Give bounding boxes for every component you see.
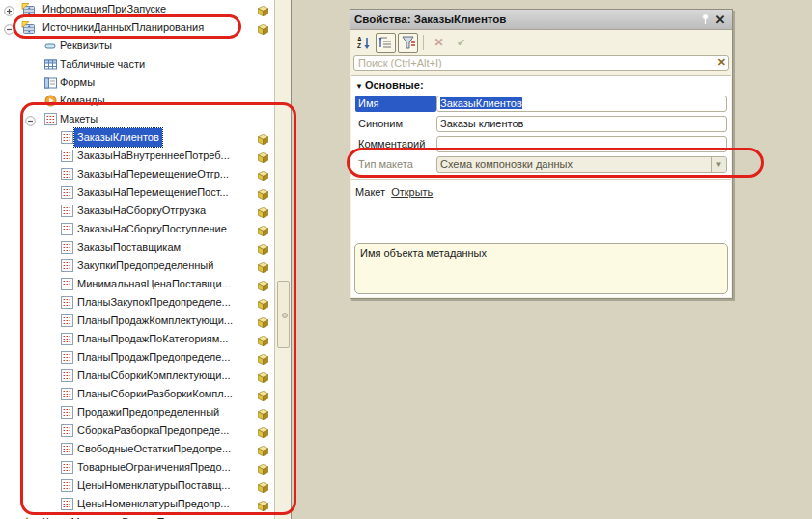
filter-important-button[interactable] (398, 33, 418, 53)
comment-label[interactable]: Комментарий (355, 136, 436, 152)
tree-item-label[interactable]: ИсточникиДанныхПланирования (40, 18, 207, 37)
tree-item-label[interactable]: ЗаказыНаСборкуПоступление (74, 220, 230, 238)
object-cube-icon (258, 352, 268, 363)
pin-icon[interactable] (697, 12, 713, 27)
tree-item-label[interactable]: Табличные части (57, 55, 148, 73)
tree-item-label[interactable]: КартаМаршрутаБизнесПроцесса (40, 513, 208, 519)
tree-item-label[interactable]: Макеты (57, 110, 100, 128)
tree-row[interactable]: ПланыПродажКомплектующи... (0, 312, 274, 330)
name-label[interactable]: Имя (355, 96, 436, 112)
tree-row[interactable]: ЗаказыКлиентов (0, 128, 274, 147)
template-icon (61, 223, 75, 236)
tree-item-label[interactable]: ЗаказыКлиентов (74, 128, 162, 147)
tree-item-label[interactable]: ЗаказыНаСборкуОтгрузка (74, 202, 209, 220)
tree-row[interactable]: ЗаказыНаВнутреннееПотреб... (0, 147, 274, 165)
tree-row[interactable]: СборкаРазборкаПредопреде... (0, 422, 274, 440)
comment-field[interactable] (436, 136, 727, 152)
tree-row[interactable]: ЗаказыНаСборкуОтгрузка (0, 202, 274, 220)
tree-item-label[interactable]: ЦеныНоменклатурыПредопр... (74, 495, 233, 513)
tree-row[interactable]: Команды (0, 92, 274, 110)
tree-item-label[interactable]: ПланыПродажПоКатегориям... (74, 330, 231, 348)
tree-row[interactable]: ИнформацияПриЗапуске (0, 0, 274, 18)
tree-item-label[interactable]: ПланыСборкиРазборкиКомпл... (74, 385, 236, 403)
template-icon (61, 205, 75, 218)
tree-item-label[interactable]: СвободныеОстаткиПредопре... (74, 440, 234, 458)
tree-row[interactable]: ЦеныНоменклатурыПредопр... (0, 495, 274, 513)
object-cube-icon (258, 425, 268, 436)
tree-item-label[interactable]: ИнформацияПриЗапуске (40, 0, 169, 18)
cancel-edit-icon[interactable]: ✕ (429, 33, 449, 53)
collapse-icon[interactable] (25, 114, 36, 124)
tree-item-label[interactable]: ЗаказыНаВнутреннееПотреб... (74, 147, 233, 165)
tree-item-label[interactable]: ПланыЗакупокПредопределе... (74, 293, 234, 312)
template-icon (61, 443, 75, 456)
synonym-field[interactable]: Заказы клиентов (436, 116, 727, 132)
tree-row[interactable]: ЦеныНоменклатурыПоставщ... (0, 477, 274, 495)
collapse-triangle-icon[interactable]: ▼ (355, 82, 363, 91)
tree-row[interactable]: ПланыСборкиКомплектующи... (0, 367, 274, 385)
tree-row[interactable]: ЗаказыНаПеремещениеПост... (0, 183, 274, 202)
separator-line (351, 179, 731, 180)
template-icon (61, 150, 75, 163)
tree-row[interactable]: ЗакупкиПредопределенный (0, 257, 274, 275)
tree-row[interactable]: Формы (0, 73, 274, 92)
collapse-icon[interactable] (4, 22, 14, 33)
tree-row[interactable]: ЗаказыПоставщикам (0, 238, 274, 257)
tree-row[interactable]: ПланыПродажПоКатегориям... (0, 330, 274, 348)
search-clear-icon[interactable]: ✕ (717, 56, 726, 68)
tree-item-label[interactable]: МинимальнаяЦенаПоставщи... (74, 275, 234, 293)
tree-row[interactable]: ПродажиПредопределенный (0, 403, 274, 422)
tree-item-label[interactable]: СборкаРазборкаПредопреде... (74, 422, 232, 440)
expand-icon[interactable] (4, 4, 14, 14)
tree-row[interactable]: Реквизиты (0, 37, 274, 55)
template-icon (61, 260, 75, 273)
tree-item-label[interactable]: ПланыСборкиКомплектующи... (74, 367, 234, 385)
object-cube-icon (258, 480, 268, 491)
tree-item-label[interactable]: ПродажиПредопределенный (74, 403, 222, 422)
search-input[interactable]: Поиск (Ctrl+Alt+I) ✕ (353, 55, 729, 71)
tree-item-label[interactable]: ТоварныеОграниченияПредо... (74, 458, 234, 477)
tree-item-label[interactable]: Реквизиты (57, 37, 115, 55)
section-header-main[interactable]: ▼Основные: (351, 76, 731, 93)
close-icon[interactable]: ✕ (713, 12, 728, 27)
template-type-value: Схема компоновки данных (440, 158, 573, 170)
tree-item-label[interactable]: Команды (57, 92, 108, 110)
template-icon (61, 296, 75, 310)
open-template-link[interactable]: Открыть (391, 186, 433, 198)
tree-row[interactable]: Табличные части (0, 55, 274, 73)
tree-row[interactable]: ПланыСборкиРазборкиКомпл... (0, 385, 274, 403)
tree-row[interactable]: КартаМаршрутаБизнесПроцесса (0, 513, 274, 519)
apply-edit-icon[interactable]: ✔ (451, 33, 471, 53)
object-cube-icon (258, 407, 268, 418)
tree-row[interactable]: ТоварныеОграниченияПредо... (0, 458, 274, 477)
template-icon (61, 241, 75, 255)
tree-item-label[interactable]: Формы (57, 73, 98, 92)
tree-item-label[interactable]: ПланыПродажКомплектующи... (74, 312, 236, 330)
template-icon (61, 479, 75, 493)
tree-scrollbar-thumb[interactable] (277, 281, 290, 348)
tree-item-label[interactable]: ЗаказыНаПеремещениеПост... (74, 183, 232, 202)
object-cube-icon (258, 242, 268, 253)
tree-item-label[interactable]: ЦеныНоменклатурыПоставщ... (74, 477, 233, 495)
svg-text:A: A (357, 36, 362, 42)
tree-row[interactable]: МинимальнаяЦенаПоставщи... (0, 275, 274, 293)
tree-scrollbar[interactable] (274, 0, 291, 519)
tree-row[interactable]: ЗаказыНаСборкуПоступление (0, 220, 274, 238)
tree-item-label[interactable]: ЗакупкиПредопределенный (74, 257, 216, 275)
name-field[interactable]: ЗаказыКлиентов (436, 96, 727, 112)
tree-row[interactable]: СвободныеОстаткиПредопре... (0, 440, 274, 458)
template-icon (61, 333, 75, 346)
sort-alphabetical-button[interactable]: A Z (353, 33, 374, 53)
search-placeholder: Поиск (Ctrl+Alt+I) (358, 57, 442, 68)
tree-item-label[interactable]: ПланыПродажПредопределе... (74, 348, 233, 367)
group-by-category-button[interactable] (376, 33, 396, 53)
synonym-label[interactable]: Синоним (355, 116, 436, 132)
tree-item-label[interactable]: ЗаказыНаПеремещениеОтгр... (74, 165, 232, 183)
tree-row[interactable]: Макеты (0, 110, 274, 128)
tree-item-label[interactable]: ЗаказыПоставщикам (74, 238, 183, 257)
tree-row[interactable]: ПланыПродажПредопределе... (0, 348, 274, 367)
object-cube-icon (258, 132, 268, 143)
tree-row[interactable]: ПланыЗакупокПредопределе... (0, 293, 274, 312)
tree-row[interactable]: ИсточникиДанныхПланирования (0, 18, 274, 37)
tree-row[interactable]: ЗаказыНаПеремещениеОтгр... (0, 165, 274, 183)
